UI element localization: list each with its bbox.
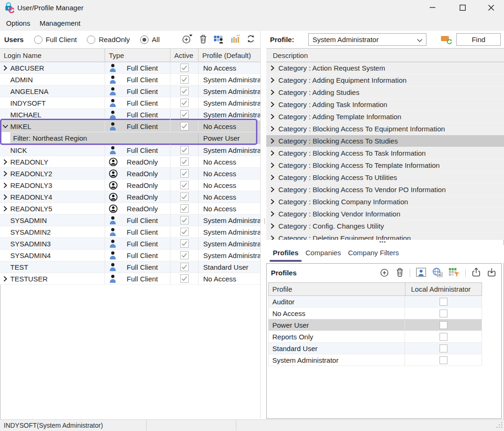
table-row-user-testuser[interactable]: TESTUSERFull ClientNo Access: [0, 273, 260, 285]
maximize-button[interactable]: [452, 0, 473, 15]
table-row-user-angelena[interactable]: ANGELENAFull ClientSystem Administrator: [0, 86, 260, 97]
local-admin-checkbox[interactable]: [440, 309, 447, 317]
table-row-user-admin[interactable]: ADMINFull ClientSystem Administrator: [0, 74, 260, 86]
category-item[interactable]: Category : Blocking Access To Equipment …: [266, 123, 504, 135]
active-checkbox[interactable]: [180, 228, 189, 236]
expand-row-icon[interactable]: [0, 276, 10, 282]
radio-readonly[interactable]: ReadOnly: [87, 36, 130, 44]
column-header-local-administrator[interactable]: Local Administrator: [405, 283, 482, 295]
active-checkbox[interactable]: [180, 122, 189, 130]
active-checkbox[interactable]: [180, 75, 189, 84]
table-row-profile-no-access[interactable]: No Access: [268, 308, 482, 319]
local-admin-checkbox[interactable]: [440, 345, 447, 352]
add-button[interactable]: [182, 34, 193, 45]
active-checkbox[interactable]: [180, 146, 189, 154]
delete-button[interactable]: [199, 34, 207, 45]
table-row-user-sysadmin[interactable]: SYSADMINFull ClientSystem Administrator: [0, 215, 260, 226]
table-row-user-sysadmin3[interactable]: SYSADMIN3Full ClientSystem Administrator: [0, 238, 260, 250]
horizontal-splitter-handle[interactable]: •••: [379, 239, 386, 244]
active-checkbox[interactable]: [180, 274, 189, 283]
table-row-profile-power-user[interactable]: Power User: [268, 319, 482, 331]
table-row-user-michael[interactable]: MICHAELFull ClientSystem Administrator: [0, 109, 260, 121]
import-button[interactable]: [487, 267, 497, 279]
category-item[interactable]: Category : Blocking Vendor Information: [266, 208, 504, 220]
user-permissions-button[interactable]: [213, 34, 224, 45]
category-item[interactable]: Category : Blocking Access To Studies: [266, 135, 504, 147]
expand-row-icon[interactable]: [0, 65, 10, 71]
column-header-type[interactable]: Type: [105, 49, 170, 62]
table-row-profile-standard-user[interactable]: Standard User: [268, 343, 482, 354]
active-checkbox[interactable]: [180, 193, 189, 201]
active-checkbox[interactable]: [180, 204, 189, 213]
globe-rename-button[interactable]: ab: [432, 267, 443, 279]
tab-profiles[interactable]: Profiles: [272, 245, 299, 262]
active-checkbox[interactable]: [180, 110, 189, 119]
table-row-user-readonly5[interactable]: READONLY5ReadOnlyNo Access: [0, 203, 260, 215]
category-item[interactable]: Category : Adding Task Information: [266, 99, 504, 110]
local-admin-checkbox[interactable]: [440, 356, 447, 364]
active-checkbox[interactable]: [180, 251, 189, 259]
table-row-profile-system-administrator[interactable]: System Administrator: [268, 354, 482, 366]
active-checkbox[interactable]: [180, 181, 189, 189]
radio-full-client[interactable]: Full Client: [34, 36, 77, 44]
active-checkbox[interactable]: [180, 158, 189, 166]
category-item[interactable]: Category : Action Request System: [266, 62, 504, 74]
find-button[interactable]: Find: [456, 33, 501, 46]
collapse-row-icon[interactable]: [0, 124, 10, 129]
table-row-user-readonly3[interactable]: READONLY3ReadOnlyNo Access: [0, 180, 260, 191]
user-card-button[interactable]: [416, 267, 426, 279]
panel-splitter-vertical[interactable]: [260, 31, 261, 418]
table-row-user-readonly2[interactable]: READONLY2ReadOnlyNo Access: [0, 168, 260, 180]
active-checkbox[interactable]: [180, 239, 189, 248]
category-item[interactable]: Category : Blocking Access To Vendor PO …: [266, 184, 504, 195]
table-row-user-abcuser[interactable]: ABCUSERFull ClientNo Access: [0, 62, 260, 74]
delete-button[interactable]: [396, 267, 404, 279]
table-row-user-nick[interactable]: NICKFull ClientSystem Administrator: [0, 144, 260, 156]
table-row-profile-auditor[interactable]: Auditor: [268, 296, 482, 308]
export-button[interactable]: [471, 267, 481, 279]
expand-row-icon[interactable]: [0, 159, 10, 165]
table-row-user-readonly[interactable]: READONLYReadOnlyNo Access: [0, 156, 260, 168]
expand-row-icon[interactable]: [0, 171, 10, 177]
tab-company-filters[interactable]: Company Filters: [348, 245, 399, 262]
table-row-user-readonly4[interactable]: READONLY4ReadOnlyNo Access: [0, 191, 260, 203]
active-checkbox[interactable]: [180, 169, 189, 178]
category-item[interactable]: Category : Blocking Access To Utilities: [266, 172, 504, 183]
active-checkbox[interactable]: [180, 64, 189, 72]
table-row-user-test[interactable]: TESTFull ClientStandard User: [0, 261, 260, 273]
window-resize-grip[interactable]: [496, 422, 503, 430]
category-item[interactable]: Category : Adding Equipment Information: [266, 74, 504, 86]
column-chooser-button[interactable]: [230, 34, 240, 45]
table-row-user-sysadmin4[interactable]: SYSADMIN4Full ClientSystem Administrator: [0, 250, 260, 261]
minimize-button[interactable]: [422, 0, 443, 15]
menu-management[interactable]: Management: [35, 15, 85, 31]
active-checkbox[interactable]: [180, 87, 189, 95]
local-admin-checkbox[interactable]: [440, 333, 447, 341]
expand-row-icon[interactable]: [0, 194, 10, 200]
profile-combobox[interactable]: System Administrator: [308, 33, 426, 46]
table-row-profile-reports-only[interactable]: Reports Only: [268, 331, 482, 343]
local-admin-checkbox[interactable]: [440, 298, 447, 306]
grid-filter-button[interactable]: [448, 267, 460, 279]
category-item[interactable]: Category : Blocking Access To Task Infor…: [266, 147, 504, 159]
refresh-button[interactable]: [246, 34, 256, 45]
profile-sync-icon[interactable]: [440, 34, 453, 45]
add-button[interactable]: [380, 267, 390, 279]
tab-companies[interactable]: Companies: [305, 245, 341, 262]
active-checkbox[interactable]: [180, 263, 189, 271]
expand-row-icon[interactable]: [0, 182, 10, 188]
category-item[interactable]: Category : Blocking Company Information: [266, 196, 504, 208]
local-admin-checkbox[interactable]: [440, 321, 447, 329]
category-item[interactable]: Category : Adding Template Information: [266, 111, 504, 122]
column-header-profile[interactable]: Profile: [269, 283, 405, 295]
table-row-user-indysoft[interactable]: INDYSOFTFull ClientSystem Administrator: [0, 97, 260, 109]
user-filter-subrow[interactable]: Filter: Northeast RegionPower User: [0, 132, 260, 144]
table-row-user-mikel[interactable]: MIKELFull ClientNo Access: [0, 121, 260, 132]
column-header-active[interactable]: Active: [170, 49, 199, 62]
menu-options[interactable]: Options: [1, 15, 35, 31]
close-button[interactable]: [480, 0, 502, 15]
active-checkbox[interactable]: [180, 216, 189, 224]
expand-row-icon[interactable]: [0, 206, 10, 212]
category-item[interactable]: Category : Config. Changes Utility: [266, 220, 504, 232]
table-row-user-sysadmin2[interactable]: SYSADMIN2Full ClientSystem Administrator: [0, 226, 260, 238]
